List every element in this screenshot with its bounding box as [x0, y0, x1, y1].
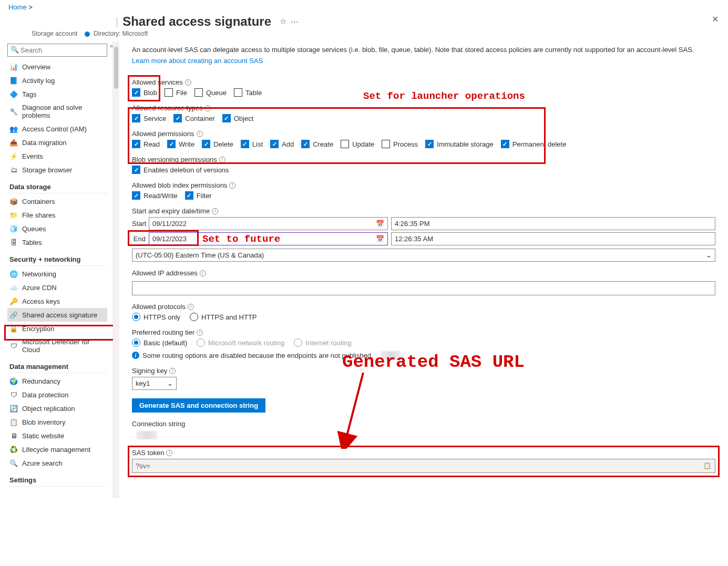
radio-https-only[interactable]: HTTPS only — [132, 313, 180, 321]
checkbox-queue[interactable]: Queue — [194, 88, 227, 97]
checkbox-list[interactable]: List — [241, 140, 263, 148]
radio-basic-default-[interactable]: Basic (default) — [132, 338, 187, 347]
info-icon[interactable]: i — [169, 368, 176, 374]
checkbox-enables-deletion-of-versions[interactable]: Enables deletion of versions — [132, 166, 229, 174]
checkbox-box[interactable] — [194, 88, 203, 97]
sidebar-item-blob-inventory[interactable]: 📋Blob inventory — [7, 415, 107, 429]
info-icon[interactable]: i — [185, 79, 191, 86]
checkbox-service[interactable]: Service — [132, 114, 166, 122]
sidebar-item-queues[interactable]: 🧊Queues — [7, 222, 107, 235]
checkbox-box[interactable] — [167, 140, 176, 148]
end-date-input[interactable]: 09/12/2023📅 — [149, 232, 388, 245]
checkbox-process[interactable]: Process — [382, 140, 418, 148]
checkbox-box[interactable] — [241, 140, 249, 148]
sidebar-item-events[interactable]: ⚡Events — [7, 149, 107, 163]
sidebar-item-file-shares[interactable]: 📁File shares — [7, 208, 107, 222]
checkbox-write[interactable]: Write — [167, 140, 194, 148]
radio-https-and-http[interactable]: HTTPS and HTTP — [190, 313, 257, 321]
sidebar-item-data-migration[interactable]: 📤Data migration — [7, 136, 107, 149]
sidebar-item-redundancy[interactable]: 🌍Redundancy — [7, 374, 107, 388]
breadcrumb-home[interactable]: Home — [8, 3, 27, 11]
sidebar-item-containers[interactable]: 📦Containers — [7, 194, 107, 208]
sidebar-item-object-replication[interactable]: 🔄Object replication — [7, 402, 107, 415]
ip-input[interactable] — [132, 281, 715, 295]
checkbox-box[interactable] — [132, 140, 140, 148]
sidebar-item-iam[interactable]: 👥Access Control (IAM) — [7, 122, 107, 136]
checkbox-read[interactable]: Read — [132, 140, 160, 148]
sidebar-item-activity-log[interactable]: 📘Activity log — [7, 74, 107, 87]
checkbox-filter[interactable]: Filter — [185, 191, 212, 200]
checkbox-box[interactable] — [132, 88, 140, 97]
sidebar-item-data-protection[interactable]: 🛡Data protection — [7, 388, 107, 402]
sidebar-item-networking[interactable]: 🌐Networking — [7, 267, 107, 281]
radio-circle[interactable] — [132, 338, 140, 347]
info-icon[interactable]: i — [200, 270, 206, 276]
sidebar-item-lifecycle[interactable]: ♻️Lifecycle management — [7, 442, 107, 456]
sidebar-item-storage-browser[interactable]: 🗂Storage browser — [7, 163, 107, 177]
checkbox-box[interactable] — [425, 140, 434, 148]
checkbox-box[interactable] — [341, 140, 349, 148]
favorite-star-icon[interactable]: ☆ — [280, 17, 286, 26]
checkbox-box[interactable] — [270, 140, 279, 148]
sas-token-field[interactable] — [132, 459, 715, 473]
checkbox-permanent-delete[interactable]: Permanent delete — [501, 140, 567, 148]
checkbox-box[interactable] — [132, 114, 140, 122]
more-ellipsis-icon[interactable]: ⋯ — [291, 17, 299, 26]
checkbox-create[interactable]: Create — [301, 140, 333, 148]
start-time-input[interactable]: 4:26:35 PM — [391, 217, 715, 230]
checkbox-object[interactable]: Object — [222, 114, 254, 122]
checkbox-box[interactable] — [165, 88, 173, 97]
info-icon[interactable]: i — [197, 131, 203, 137]
checkbox-box[interactable] — [234, 88, 242, 97]
checkbox-read-write[interactable]: Read/Write — [132, 191, 178, 200]
checkbox-container[interactable]: Container — [173, 114, 214, 122]
checkbox-box[interactable] — [301, 140, 310, 148]
sidebar-item-defender[interactable]: 🛡Microsoft Defender for Cloud — [7, 335, 107, 356]
checkbox-delete[interactable]: Delete — [202, 140, 233, 148]
learn-more-link[interactable]: Learn more about creating an account SAS — [132, 57, 263, 65]
radio-circle[interactable] — [190, 313, 198, 321]
checkbox-box[interactable] — [501, 140, 509, 148]
checkbox-table[interactable]: Table — [234, 88, 262, 97]
checkbox-box[interactable] — [132, 166, 140, 174]
checkbox-box[interactable] — [185, 191, 193, 200]
sidebar-search-input[interactable] — [7, 44, 107, 57]
info-icon[interactable]: i — [204, 105, 211, 111]
checkbox-box[interactable] — [222, 114, 231, 122]
info-icon[interactable]: i — [188, 304, 194, 310]
sidebar-item-azure-cdn[interactable]: ☁️Azure CDN — [7, 281, 107, 294]
info-icon[interactable]: i — [229, 182, 235, 189]
checkbox-file[interactable]: File — [165, 88, 187, 97]
checkbox-add[interactable]: Add — [270, 140, 294, 148]
checkbox-box[interactable] — [132, 191, 140, 200]
sidebar-item-tables[interactable]: 🗄Tables — [7, 235, 107, 249]
end-time-input[interactable]: 12:26:35 AM — [391, 232, 715, 245]
checkbox-update[interactable]: Update — [341, 140, 374, 148]
close-icon[interactable]: ✕ — [712, 14, 719, 24]
info-icon[interactable]: i — [212, 208, 218, 214]
sidebar-item-access-keys[interactable]: 🔑Access keys — [7, 294, 107, 308]
copy-icon[interactable]: 📋 — [703, 462, 711, 469]
sidebar-item-static-website[interactable]: 🖥Static website — [7, 429, 107, 442]
sidebar-item-encryption[interactable]: 🔒Encryption — [7, 322, 107, 335]
radio-circle[interactable] — [132, 313, 140, 321]
generate-sas-button[interactable]: Generate SAS and connection string — [132, 398, 265, 413]
checkbox-immutable-storage[interactable]: Immutable storage — [425, 140, 494, 148]
info-icon[interactable]: i — [166, 450, 172, 456]
sidebar-item-tags[interactable]: 🔷Tags — [7, 87, 107, 101]
info-icon[interactable]: i — [219, 157, 225, 163]
info-icon[interactable]: i — [197, 330, 203, 336]
sidebar-item-diagnose[interactable]: 🔧Diagnose and solve problems — [7, 101, 107, 122]
sidebar-item-azure-search[interactable]: 🔍Azure search — [7, 456, 107, 470]
sidebar-item-overview[interactable]: 📊Overview — [7, 60, 107, 74]
checkbox-box[interactable] — [173, 114, 182, 122]
scrollbar[interactable] — [113, 42, 119, 498]
sidebar-item-sas[interactable]: 🔗Shared access signature — [7, 308, 107, 322]
timezone-select[interactable]: (UTC-05:00) Eastern Time (US & Canada)⌄ — [132, 249, 715, 262]
checkbox-box[interactable] — [382, 140, 390, 148]
start-date-input[interactable]: 09/11/2022📅 — [149, 217, 388, 230]
scrollbar-thumb[interactable] — [114, 47, 118, 89]
checkbox-blob[interactable]: Blob — [132, 88, 157, 97]
checkbox-box[interactable] — [202, 140, 210, 148]
signing-key-select[interactable]: key1⌄ — [132, 377, 177, 390]
